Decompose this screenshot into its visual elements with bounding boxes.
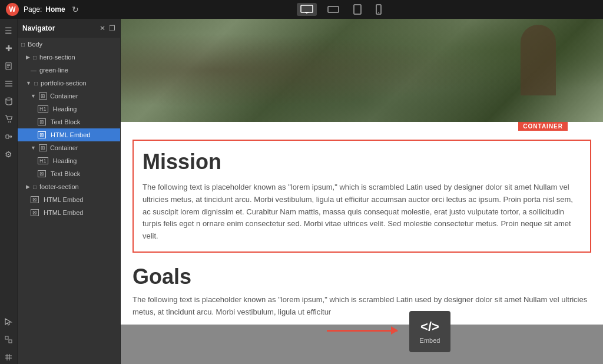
goals-heading: Goals (132, 264, 591, 289)
embed-label: Embed (420, 337, 440, 344)
tree-item-body-label: Body (28, 41, 42, 48)
mission-text: The following text is placeholder known … (143, 181, 581, 243)
tablet-landscape-viewport-button[interactable] (324, 3, 343, 16)
line-icon: — (31, 67, 37, 74)
tree-item-textblock1-label: Text Block (51, 118, 80, 125)
section-icon: □ (33, 184, 37, 190)
tree-item-html-embed3[interactable]: ⊠ HTML Embed (18, 206, 120, 219)
viewport-controls (85, 2, 597, 16)
embed-icon: ⊠ (31, 196, 39, 203)
main-area: ☰ ✚ ⚙ Navigator (0, 19, 603, 364)
database-icon[interactable] (2, 94, 16, 108)
top-bar: W Page: Home ↻ (0, 0, 603, 19)
left-icon-sidebar: ☰ ✚ ⚙ (0, 19, 18, 364)
svg-rect-0 (301, 5, 313, 12)
tree-item-portfolio-section[interactable]: ▼ □ portfolio-section (18, 77, 120, 90)
tree-item-footer-section[interactable]: ▶ □ footer-section (18, 180, 120, 193)
tree-item-heading2-label: Heading (53, 157, 77, 164)
page-indicator: Page: Home (24, 5, 65, 14)
tree-item-textblock2[interactable]: ⊠ Text Block (18, 167, 120, 180)
tree-item-html-embed3-label: HTML Embed (44, 209, 83, 216)
container-label: CONTAINER (518, 122, 568, 131)
ecommerce-icon[interactable] (2, 112, 16, 126)
navigator-collapse-button[interactable]: ❐ (109, 24, 115, 32)
arrow-icon: ▶ (26, 184, 30, 190)
pages-icon[interactable] (2, 59, 16, 73)
heading-icon: H1 (38, 105, 48, 112)
layers-icon[interactable] (2, 77, 16, 91)
logic-icon[interactable] (2, 130, 16, 144)
embed-tooltip: </> Embed (409, 311, 450, 352)
tree-item-green-line-label: green-line (39, 67, 68, 74)
tree-item-portfolio-label: portfolio-section (41, 80, 87, 87)
arrow-line (327, 330, 397, 332)
section-icon: □ (33, 54, 37, 61)
content-section: CONTAINER Mission The following text is … (121, 122, 603, 259)
mission-container: Mission The following text is placeholde… (132, 140, 591, 253)
navigator-header: Navigator ✕ ❐ (18, 19, 120, 38)
navigator-header-icons: ✕ ❐ (100, 24, 115, 32)
section-icon: □ (34, 80, 38, 87)
select-icon[interactable] (2, 315, 16, 329)
tree-item-html-embed2-label: HTML Embed (44, 196, 83, 203)
tree-item-hero-label: hero-section (39, 54, 75, 61)
tree-item-html-embed[interactable]: ⊠ HTML Embed (18, 128, 120, 141)
app-logo: W (6, 3, 19, 16)
snap-icon[interactable] (2, 332, 16, 346)
svg-rect-3 (328, 6, 339, 12)
embed-box: </> Embed (409, 311, 450, 352)
tree-item-container2[interactable]: ▼ ⊞ Container (18, 141, 120, 154)
tree-item-heading1[interactable]: H1 Heading (18, 102, 120, 115)
tree-item-heading1-label: Heading (53, 105, 77, 112)
navigator-title: Navigator (22, 24, 55, 32)
navigator-panel: Navigator ✕ ❐ □ Body ▶ □ hero-section — … (18, 19, 121, 364)
desktop-viewport-button[interactable] (297, 3, 317, 16)
embed-icon: ⊠ (31, 209, 39, 216)
container-icon: ⊞ (39, 92, 47, 100)
add-icon[interactable]: ✚ (2, 41, 16, 55)
arrow-icon: ▼ (31, 145, 36, 151)
svg-rect-17 (6, 135, 9, 138)
textblock-icon: ⊠ (38, 170, 46, 177)
svg-point-16 (10, 121, 11, 123)
mission-heading: Mission (143, 150, 581, 174)
svg-point-15 (8, 121, 9, 123)
tree-item-textblock2-label: Text Block (51, 170, 80, 177)
red-arrow (327, 330, 397, 332)
tree-item-hero-section[interactable]: ▶ □ hero-section (18, 51, 120, 64)
svg-rect-21 (5, 336, 8, 339)
tree-item-html-embed2[interactable]: ⊠ HTML Embed (18, 193, 120, 206)
svg-point-6 (379, 12, 380, 14)
embed-icon: ⊠ (38, 131, 46, 138)
arrow-icon: ▼ (31, 93, 36, 99)
svg-rect-4 (354, 5, 361, 14)
arrow-icon: ▶ (26, 54, 30, 60)
canvas-area: CONTAINER Mission The following text is … (121, 19, 603, 364)
textblock-icon: ⊠ (38, 118, 46, 125)
tree-item-container1-label: Container (50, 92, 78, 100)
svg-point-14 (6, 98, 12, 100)
tree-item-body[interactable]: □ Body (18, 38, 120, 51)
heading-icon: H1 (38, 157, 48, 164)
arrow-icon: ▼ (26, 80, 31, 86)
hero-image (121, 19, 603, 122)
tree-item-container1[interactable]: ▼ ⊞ Container (18, 90, 120, 102)
svg-rect-22 (9, 340, 12, 343)
body-icon: □ (21, 41, 25, 48)
menu-icon[interactable]: ☰ (2, 24, 16, 38)
settings-icon[interactable]: ⚙ (2, 147, 16, 161)
container-icon: ⊞ (39, 144, 47, 151)
navigator-tree: □ Body ▶ □ hero-section — green-line ▼ □… (18, 38, 120, 364)
grid-icon[interactable] (2, 350, 16, 364)
mobile-viewport-button[interactable] (372, 2, 385, 16)
goals-text: The following text is placeholder known … (132, 294, 591, 319)
tree-item-footer-label: footer-section (39, 183, 79, 190)
navigator-close-button[interactable]: ✕ (100, 24, 105, 32)
tree-item-green-line[interactable]: — green-line (18, 64, 120, 77)
goals-section: Goals The following text is placeholder … (121, 259, 603, 325)
tree-item-textblock1[interactable]: ⊠ Text Block (18, 115, 120, 128)
tree-item-heading2[interactable]: H1 Heading (18, 154, 120, 167)
refresh-button[interactable]: ↻ (70, 4, 81, 15)
tree-item-html-embed-label: HTML Embed (51, 131, 90, 138)
tablet-portrait-viewport-button[interactable] (350, 2, 365, 16)
